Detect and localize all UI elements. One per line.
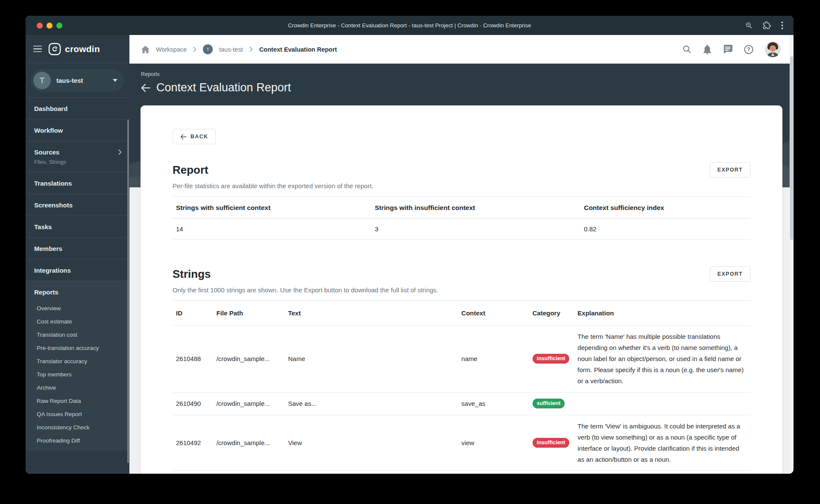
sidebar-item-qa-issues-report[interactable]: QA Issues Report (26, 408, 129, 421)
chevron-right-icon (249, 47, 253, 52)
traffic-lights (37, 16, 62, 35)
status-badge: sufficient (533, 399, 565, 408)
sidebar-scrollbar[interactable] (127, 119, 129, 463)
sidebar-item-reports[interactable]: Reports (26, 281, 129, 302)
arrow-left-icon (180, 134, 187, 140)
sidebar-item-cost-estimate[interactable]: Cost estimate (26, 315, 129, 328)
extensions-icon[interactable] (763, 21, 771, 29)
status-badge: insufficient (533, 354, 570, 364)
page-title: Context Evaluation Report (156, 81, 291, 94)
report-export-button[interactable]: EXPORT (710, 162, 750, 178)
minimize-window-button[interactable] (47, 23, 53, 29)
menu-hamburger-icon[interactable] (33, 46, 42, 52)
project-selector[interactable]: T taus-test (31, 69, 124, 92)
breadcrumb-project[interactable]: taus-test (219, 46, 243, 53)
cell-explanation: The term 'Name' has multiple possible tr… (574, 326, 750, 392)
help-icon[interactable]: ? (744, 45, 753, 54)
cell-file-path: /crowdin_sample... (213, 434, 285, 452)
status-badge: insufficient (533, 438, 570, 448)
back-button[interactable]: BACK (173, 129, 216, 144)
sidebar-item-tasks[interactable]: Tasks (26, 216, 129, 237)
sidebar-item-sources[interactable]: Sources Files, Strings (26, 141, 129, 172)
stats-value-index: 0.82 (580, 218, 750, 240)
report-stats-table: Strings with sufficient context Strings … (173, 196, 750, 240)
sidebar-item-pre-translation-accuracy[interactable]: Pre-translation accuracy (26, 341, 129, 355)
zoom-window-button[interactable] (56, 23, 62, 29)
sidebar-item-integrations[interactable]: Integrations (26, 259, 129, 281)
brand-name: crowdin (65, 44, 100, 54)
back-arrow-icon[interactable] (141, 84, 150, 92)
sidebar-item-screenshots[interactable]: Screenshots (26, 194, 129, 216)
sidebar-item-top-members[interactable]: Top members (26, 368, 129, 381)
stats-value-insufficient: 3 (371, 218, 580, 240)
chevron-right-icon (118, 149, 122, 155)
sidebar-item-archive[interactable]: Archive (26, 381, 129, 394)
strings-section-subtitle: Only the first 1000 strings are shown. U… (173, 286, 750, 294)
sidebar-item-inconsistency-check[interactable]: Inconsistency Check (26, 421, 129, 434)
project-name: taus-test (56, 77, 83, 84)
sidebar-item-dashboard[interactable]: Dashboard (26, 97, 129, 119)
breadcrumb-workspace[interactable]: Workspace (156, 46, 187, 53)
report-section-title: Report (173, 163, 208, 177)
sidebar-item-raw-report-data[interactable]: Raw Report Data (26, 394, 129, 408)
chevron-right-icon (193, 47, 196, 52)
stats-header-insufficient: Strings with insufficient context (371, 197, 580, 218)
chat-icon[interactable] (723, 45, 732, 54)
user-avatar[interactable] (765, 41, 781, 57)
sidebar: crowdin T taus-test Dashboard Workflow S… (26, 35, 129, 474)
sidebar-item-workflow[interactable]: Workflow (26, 119, 129, 141)
page-scrollbar[interactable] (790, 35, 794, 474)
sidebar-section-reports: Reports Overview Cost estimate Translati… (26, 281, 129, 451)
sidebar-item-translation-cost[interactable]: Translation cost (26, 328, 129, 341)
cell-context: view (458, 434, 529, 452)
crowdin-logo[interactable]: crowdin (48, 43, 100, 55)
strings-table: ID File Path Text Context Category Expla… (173, 300, 750, 471)
strings-table-header: ID File Path Text Context Category Expla… (173, 301, 750, 326)
crowdin-logo-icon (48, 43, 61, 55)
cell-text: Name (284, 350, 458, 368)
chevron-down-icon (113, 79, 117, 82)
stats-header-sufficient: Strings with sufficient context (173, 197, 371, 218)
report-section-subtitle: Per-file statistics are available within… (173, 182, 750, 189)
window-title: Crowdin Enterprise - Context Evaluation … (26, 22, 794, 29)
cell-text: View (284, 434, 458, 452)
project-avatar: T (33, 72, 51, 89)
page-zoom-icon[interactable] (745, 22, 753, 29)
cell-context: name (458, 350, 529, 368)
cell-explanation: The term 'View' is ambiguous. It could b… (574, 415, 750, 471)
breadcrumb-current: Context Evaluation Report (259, 46, 337, 53)
cell-text: Save as... (284, 394, 458, 413)
sidebar-nav: Dashboard Workflow Sources Files, String… (26, 97, 129, 451)
sidebar-item-sources-subtitle: Files, Strings (34, 159, 121, 165)
report-card: BACK Report EXPORT Per-file statistics a… (141, 105, 782, 474)
breadcrumb: Workspace T taus-test Context Evaluation… (141, 44, 337, 54)
cell-context: save_as (458, 394, 529, 413)
stats-value-sufficient: 14 (173, 218, 371, 240)
cell-id: 2610488 (173, 350, 213, 368)
home-icon[interactable] (141, 46, 149, 53)
cell-explanation (574, 398, 750, 409)
browser-menu-icon[interactable] (781, 21, 783, 29)
strings-section-title: Strings (173, 268, 211, 281)
svg-text:?: ? (747, 47, 750, 52)
main-area: Workspace T taus-test Context Evaluation… (129, 35, 794, 474)
cell-file-path: /crowdin_sample... (213, 394, 285, 413)
close-window-button[interactable] (37, 23, 43, 29)
breadcrumb-project-avatar: T (203, 44, 213, 54)
content-area: BACK Report EXPORT Per-file statistics a… (129, 187, 794, 474)
notifications-bell-icon[interactable] (703, 45, 712, 54)
top-bar: Workspace T taus-test Context Evaluation… (129, 35, 794, 64)
sidebar-item-members[interactable]: Members (26, 237, 129, 259)
page-eyebrow: Reports (141, 71, 291, 77)
strings-export-button[interactable]: EXPORT (710, 266, 750, 282)
table-row: 2610488 /crowdin_sample... Name name ins… (173, 326, 750, 393)
sidebar-item-translator-accuracy[interactable]: Translator accuracy (26, 355, 129, 368)
table-row: 2610492 /crowdin_sample... View view ins… (173, 415, 750, 471)
browser-window: Crowdin Enterprise - Context Evaluation … (26, 16, 794, 474)
sidebar-item-proofreading-diff[interactable]: Proofreading Diff (26, 434, 129, 447)
cell-file-path: /crowdin_sample... (213, 350, 285, 368)
search-icon[interactable] (682, 45, 691, 54)
sidebar-item-translations[interactable]: Translations (26, 172, 129, 194)
sidebar-item-overview[interactable]: Overview (26, 302, 129, 315)
cell-id: 2610492 (173, 434, 213, 452)
